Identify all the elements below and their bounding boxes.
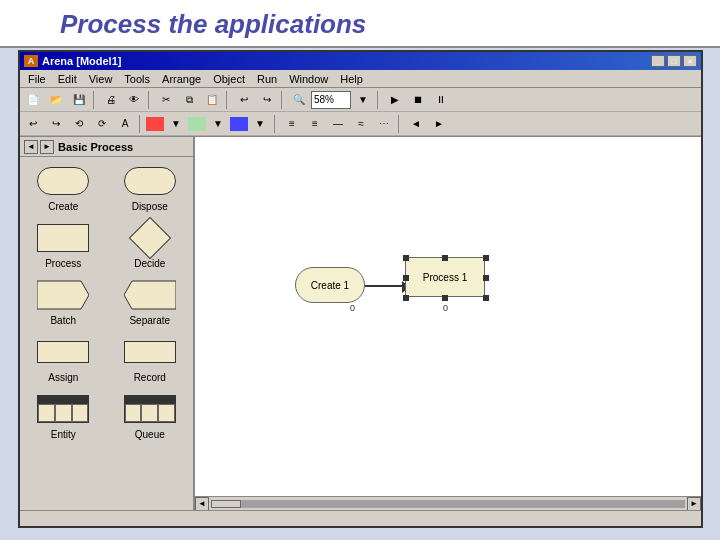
status-text	[24, 513, 27, 524]
copy-button[interactable]: ⧉	[178, 90, 200, 110]
tb2-line1[interactable]	[230, 117, 248, 131]
tb2-fill1[interactable]	[188, 117, 206, 131]
panel-back-button[interactable]: ◄	[24, 140, 38, 154]
panel-forward-button[interactable]: ►	[40, 140, 54, 154]
menu-run[interactable]: Run	[251, 70, 283, 87]
batch-icon	[37, 277, 89, 313]
main-content: ◄ ► Basic Process Create	[20, 137, 701, 510]
menu-arrange[interactable]: Arrange	[156, 70, 207, 87]
canvas-area[interactable]: Create 1 Process 1 0	[195, 137, 701, 510]
select-button[interactable]: A	[114, 114, 136, 134]
process-1-box[interactable]: Process 1	[405, 257, 485, 297]
process-count: 0	[443, 303, 448, 313]
svg-marker-1	[124, 281, 176, 309]
redo-button[interactable]: ↪	[256, 90, 278, 110]
menu-window[interactable]: Window	[283, 70, 334, 87]
search-button[interactable]: 🔍	[288, 90, 310, 110]
module-assign[interactable]: Assign	[24, 332, 103, 385]
process-label: Process	[45, 258, 81, 269]
module-entity[interactable]: Entity	[24, 389, 103, 442]
toolbar-area: 📄 📂 💾 🖨 👁 ✂ ⧉ 📋 ↩ ↪ 🔍 58% ▼ ▶ ⏹ ⏸ ↩ ↪ ⟲	[20, 88, 701, 137]
h-scroll-thumb[interactable]	[211, 500, 241, 508]
queue-label: Queue	[135, 429, 165, 440]
stop-button[interactable]: ⏹	[407, 90, 429, 110]
tb2-arrow-left[interactable]: ◄	[405, 114, 427, 134]
entity-label: Entity	[51, 429, 76, 440]
module-panel[interactable]: Create Dispose Process	[20, 157, 193, 510]
undo-button[interactable]: ↩	[233, 90, 255, 110]
module-dispose[interactable]: Dispose	[111, 161, 190, 214]
handle-tr	[483, 255, 489, 261]
window-controls: _ □ ×	[651, 55, 697, 67]
zoom-dropdown-arrow[interactable]: ▼	[352, 90, 374, 110]
process-shape	[33, 220, 93, 256]
tb2-format4[interactable]: ≈	[350, 114, 372, 134]
arena-window: A Arena [Model1] _ □ × File Edit View To…	[18, 50, 703, 528]
zoom-dropdown[interactable]: 58%	[311, 91, 351, 109]
close-button[interactable]: ×	[683, 55, 697, 67]
toolbar-separator-4	[281, 91, 285, 109]
tb2-format3[interactable]: —	[327, 114, 349, 134]
process-icon	[37, 224, 89, 252]
run-button[interactable]: ▶	[384, 90, 406, 110]
decide-shape	[120, 220, 180, 256]
separate-icon	[124, 277, 176, 313]
tb2-arrow-right[interactable]: ►	[428, 114, 450, 134]
minimize-button[interactable]: _	[651, 55, 665, 67]
queue-icon	[124, 395, 176, 423]
module-separate[interactable]: Separate	[111, 275, 190, 328]
save-button[interactable]: 💾	[68, 90, 90, 110]
tb2-fill2[interactable]: ▼	[207, 114, 229, 134]
h-scroll-track[interactable]	[211, 500, 685, 508]
pause-button[interactable]: ⏸	[430, 90, 452, 110]
open-button[interactable]: 📂	[45, 90, 67, 110]
align-left[interactable]: ≡	[281, 114, 303, 134]
create-1-box[interactable]: Create 1	[295, 267, 365, 303]
menu-bar: File Edit View Tools Arrange Object Run …	[20, 70, 701, 88]
tb2-color1[interactable]	[146, 117, 164, 131]
scroll-right-button[interactable]: ►	[687, 497, 701, 511]
svg-marker-0	[37, 281, 89, 309]
dispose-shape	[120, 163, 180, 199]
tb2-line2[interactable]: ▼	[249, 114, 271, 134]
menu-object[interactable]: Object	[207, 70, 251, 87]
arrow-button[interactable]: ↩	[22, 114, 44, 134]
tb2-btn4[interactable]: ⟳	[91, 114, 113, 134]
paste-button[interactable]: 📋	[201, 90, 223, 110]
menu-view[interactable]: View	[83, 70, 119, 87]
menu-file[interactable]: File	[22, 70, 52, 87]
module-create[interactable]: Create	[24, 161, 103, 214]
record-label: Record	[134, 372, 166, 383]
tb2-color2[interactable]: ▼	[165, 114, 187, 134]
handle-br	[483, 295, 489, 301]
maximize-button[interactable]: □	[667, 55, 681, 67]
cut-button[interactable]: ✂	[155, 90, 177, 110]
title-bar: A Arena [Model1] _ □ ×	[20, 52, 701, 70]
menu-edit[interactable]: Edit	[52, 70, 83, 87]
preview-button[interactable]: 👁	[123, 90, 145, 110]
module-decide[interactable]: Decide	[111, 218, 190, 271]
batch-shape	[33, 277, 93, 313]
module-record[interactable]: Record	[111, 332, 190, 385]
module-batch[interactable]: Batch	[24, 275, 103, 328]
menu-help[interactable]: Help	[334, 70, 369, 87]
separate-label: Separate	[129, 315, 170, 326]
entity-icon	[37, 395, 89, 423]
module-queue[interactable]: Queue	[111, 389, 190, 442]
print-button[interactable]: 🖨	[100, 90, 122, 110]
module-grid: Create Dispose Process	[24, 161, 189, 442]
decide-label: Decide	[134, 258, 165, 269]
tb2-btn3[interactable]: ⟲	[68, 114, 90, 134]
toolbar-row-1: 📄 📂 💾 🖨 👁 ✂ ⧉ 📋 ↩ ↪ 🔍 58% ▼ ▶ ⏹ ⏸	[20, 88, 701, 112]
new-button[interactable]: 📄	[22, 90, 44, 110]
canvas-content: Create 1 Process 1 0	[195, 137, 701, 510]
panel-title: Basic Process	[58, 141, 133, 153]
assign-shape	[33, 334, 93, 370]
align-center[interactable]: ≡	[304, 114, 326, 134]
module-process[interactable]: Process	[24, 218, 103, 271]
menu-tools[interactable]: Tools	[118, 70, 156, 87]
scroll-left-button[interactable]: ◄	[195, 497, 209, 511]
arrow2-button[interactable]: ↪	[45, 114, 67, 134]
h-scrollbar[interactable]: ◄ ►	[195, 496, 701, 510]
tb2-format5[interactable]: ⋯	[373, 114, 395, 134]
